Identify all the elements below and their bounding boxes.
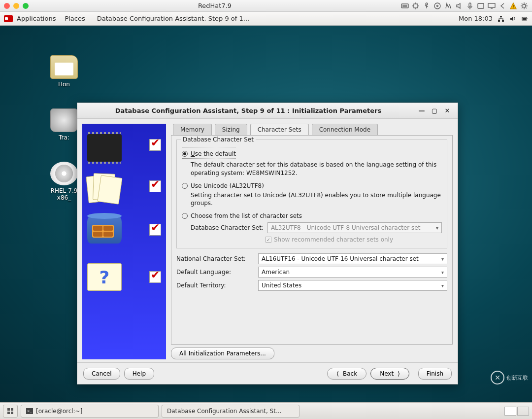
gnome-top-bar: Applications Places Database Configurati… <box>0 12 532 26</box>
bottom-taskbar: >_ [oracle@orcl:~] Database Configuratio… <box>0 402 532 419</box>
chevron-right-icon: ⟩ <box>398 370 400 377</box>
network-wired-icon[interactable] <box>498 15 504 22</box>
radio-label-text: se the default <box>195 150 236 157</box>
show-recommended-label: Show recommended character sets only <box>274 236 393 243</box>
svg-line-29 <box>526 3 527 4</box>
national-charset-select[interactable]: AL16UTF16 - Unicode UTF-16 Universal cha… <box>258 253 447 264</box>
vm-close-button[interactable] <box>4 3 10 9</box>
desktop-icon-rhel-disc[interactable]: RHEL-7.9 x86_ <box>50 162 78 201</box>
dialog-footer: Cancel Help ⟨Back Next⟩ Finish <box>77 362 458 384</box>
db-charset-value: AL32UTF8 - Unicode UTF-8 Universal chara… <box>271 224 421 231</box>
tablet-icon[interactable] <box>477 2 485 9</box>
usb-icon[interactable] <box>423 2 431 9</box>
svg-rect-17 <box>488 3 495 7</box>
places-menu[interactable]: Places <box>65 15 85 22</box>
tab-memory[interactable]: Memory <box>173 124 212 135</box>
minimize-button[interactable]: — <box>415 106 428 116</box>
chevron-down-icon: ▾ <box>436 225 438 231</box>
workspace-1[interactable] <box>504 407 516 416</box>
chevron-left-icon: ⟨ <box>336 370 339 377</box>
dbca-dialog: Database Configuration Assistant, Step 9… <box>77 103 458 384</box>
all-init-params-button[interactable]: All Initialization Parameters... <box>171 348 274 359</box>
svg-rect-16 <box>478 3 484 8</box>
db-charset-select: AL32UTF8 - Unicode UTF-8 Universal chara… <box>267 222 442 233</box>
group-legend: Database Character Set <box>181 136 256 143</box>
desktop: Hon Tra: RHEL-7.9 x86_ Database Configur… <box>0 26 532 402</box>
default-territory-label: Default Territory: <box>176 282 258 289</box>
cpu-icon[interactable] <box>412 2 420 9</box>
settings-gear-icon[interactable] <box>520 2 528 9</box>
active-window-label[interactable]: Database Configuration Assistant, Step 9… <box>97 15 249 22</box>
svg-rect-31 <box>498 20 500 22</box>
taskbar-dbca[interactable]: Database Configuration Assistant, St... <box>162 405 299 418</box>
svg-line-27 <box>526 7 527 8</box>
show-desktop-button[interactable] <box>3 405 18 418</box>
default-territory-select[interactable]: United States ▾ <box>258 280 447 291</box>
microphone-icon[interactable] <box>466 2 474 9</box>
display-icon[interactable] <box>488 2 496 9</box>
radio-choose-list[interactable]: Choose from the list of character sets <box>182 212 442 219</box>
svg-rect-37 <box>11 408 13 411</box>
desktop-icon-label: RHEL-7.9 <box>51 187 78 194</box>
vm-titlebar: RedHat7.9 <box>0 0 532 12</box>
svg-rect-39 <box>11 412 13 414</box>
radio-use-default[interactable]: Use the default <box>182 150 442 157</box>
vm-minimize-button[interactable] <box>13 3 19 9</box>
tab-bar: Memory Sizing Character Sets Connection … <box>171 124 453 135</box>
network-card-icon[interactable] <box>444 2 452 9</box>
volume-icon[interactable] <box>509 15 516 22</box>
radio-default-desc: The default character set for this datab… <box>191 161 442 177</box>
national-charset-label: National Character Set: <box>176 255 258 262</box>
chip-icon <box>87 134 122 162</box>
checkmark-icon <box>149 271 161 283</box>
maximize-button[interactable]: ▢ <box>428 106 441 116</box>
close-button[interactable]: ✕ <box>441 106 454 116</box>
svg-rect-3 <box>414 4 418 8</box>
default-territory-value: United States <box>262 282 301 289</box>
help-button[interactable]: Help <box>124 368 154 380</box>
svg-text:>_: >_ <box>27 409 32 413</box>
tab-sizing[interactable]: Sizing <box>215 124 247 135</box>
svg-point-13 <box>437 5 438 6</box>
taskbar-terminal[interactable]: >_ [oracle@orcl:~] <box>21 405 159 418</box>
svg-point-8 <box>426 3 428 5</box>
disc-icon <box>50 162 78 185</box>
finish-button[interactable]: Finish <box>418 368 452 380</box>
warning-icon[interactable] <box>509 2 517 9</box>
workspace-2[interactable] <box>517 407 529 416</box>
next-button[interactable]: Next⟩ <box>370 368 409 380</box>
workspace-pager[interactable] <box>504 407 529 416</box>
svg-line-26 <box>522 3 523 4</box>
battery-icon[interactable] <box>521 15 528 22</box>
database-charset-group: Database Character Set Use the default T… <box>176 140 447 248</box>
svg-rect-0 <box>401 4 408 8</box>
terminal-icon: >_ <box>26 408 33 414</box>
tab-character-sets[interactable]: Character Sets <box>250 124 309 135</box>
watermark: ✕ 创新互联 <box>491 371 528 384</box>
back-button[interactable]: ⟨Back <box>327 368 366 380</box>
tab-connection-mode[interactable]: Connection Mode <box>312 124 378 135</box>
radio-label-text: Use Unicode (AL32UTF8) <box>191 182 264 189</box>
national-charset-value: AL16UTF16 - Unicode UTF-16 Universal cha… <box>262 255 419 262</box>
applications-menu[interactable]: Applications <box>17 15 56 22</box>
radio-icon <box>182 183 188 189</box>
radio-use-unicode[interactable]: Use Unicode (AL32UTF8) <box>182 182 442 189</box>
dialog-titlebar[interactable]: Database Configuration Assistant, Step 9… <box>77 103 458 119</box>
watermark-logo-icon: ✕ <box>491 371 504 384</box>
sound-icon[interactable] <box>455 2 463 9</box>
cancel-button[interactable]: Cancel <box>83 368 120 380</box>
db-charset-label: Database Character Set: <box>191 224 264 231</box>
default-language-select[interactable]: American ▾ <box>258 267 447 278</box>
keyboard-icon[interactable] <box>401 2 409 9</box>
vm-maximize-button[interactable] <box>23 3 29 9</box>
database-icon <box>87 216 122 244</box>
clock-label[interactable]: Mon 18:03 <box>459 15 493 22</box>
disc-icon[interactable] <box>433 2 441 9</box>
tab-panel-character-sets: Database Character Set Use the default T… <box>171 135 453 345</box>
desktop-icon-trash[interactable]: Tra: <box>50 108 78 141</box>
svg-rect-30 <box>500 16 502 17</box>
back-icon[interactable] <box>499 2 506 9</box>
vm-title: RedHat7.9 <box>29 2 401 9</box>
desktop-icon-home[interactable]: Hon <box>50 55 78 88</box>
default-language-label: Default Language: <box>176 269 258 276</box>
